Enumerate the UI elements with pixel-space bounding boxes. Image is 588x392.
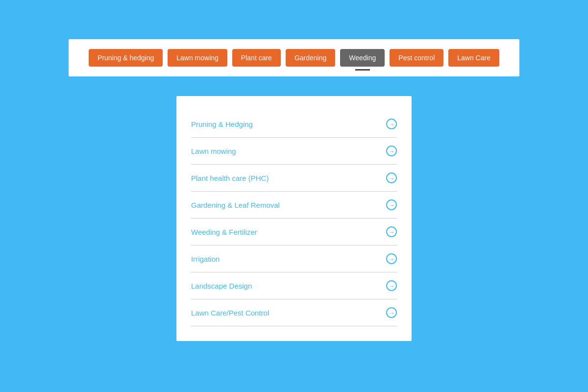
arrow-right-icon: [386, 307, 397, 318]
tab-btn-pruning-hedging[interactable]: Pruning & hedging: [89, 49, 163, 67]
tab-btn-weeding[interactable]: Weeding: [340, 49, 385, 67]
tab-btn-pest-control[interactable]: Pest control: [390, 49, 443, 67]
top-navigation-bar: Pruning & hedgingLawn mowingPlant careGa…: [69, 39, 519, 76]
list-item[interactable]: Landscape Design: [191, 272, 397, 299]
list-item[interactable]: Irrigation: [191, 245, 397, 272]
tab-btn-plant-care[interactable]: Plant care: [232, 49, 281, 67]
arrow-right-icon: [386, 146, 397, 156]
arrow-right-icon: [386, 253, 397, 264]
list-item-label: Lawn Care/Pest Control: [191, 309, 269, 317]
list-item-label: Irrigation: [191, 255, 220, 263]
list-item[interactable]: Pruning & Hedging: [191, 111, 397, 138]
list-item-label: Landscape Design: [191, 282, 252, 290]
arrow-right-icon: [386, 280, 397, 291]
tab-btn-gardening[interactable]: Gardening: [286, 49, 335, 67]
services-list-panel: Pruning & HedgingLawn mowingPlant health…: [176, 96, 412, 341]
list-item-label: Plant health care (PHC): [191, 174, 269, 182]
list-item-label: Weeding & Fertilizer: [191, 228, 257, 236]
list-item-label: Lawn mowing: [191, 147, 236, 155]
arrow-right-icon: [386, 119, 397, 129]
list-item[interactable]: Gardening & Leaf Removal: [191, 192, 397, 219]
tab-btn-lawn-mowing[interactable]: Lawn mowing: [168, 49, 227, 67]
list-item-label: Pruning & Hedging: [191, 120, 253, 128]
list-item-label: Gardening & Leaf Removal: [191, 201, 280, 209]
list-item[interactable]: Lawn Care/Pest Control: [191, 299, 397, 326]
arrow-right-icon: [386, 172, 397, 183]
list-item[interactable]: Lawn mowing: [191, 138, 397, 165]
list-item[interactable]: Plant health care (PHC): [191, 165, 397, 192]
list-item[interactable]: Weeding & Fertilizer: [191, 219, 397, 245]
arrow-right-icon: [386, 199, 397, 210]
arrow-right-icon: [386, 226, 397, 237]
tab-btn-lawn-care[interactable]: Lawn Care: [448, 49, 499, 67]
